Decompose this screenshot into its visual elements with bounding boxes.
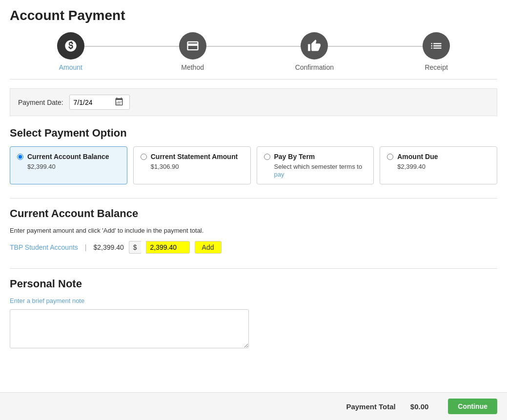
payment-options-group: Current Account Balance $2,399.40 Curren…: [10, 146, 497, 184]
radio-current-balance[interactable]: [17, 154, 23, 160]
calendar-icon: [115, 97, 123, 106]
payment-total-amount: $0.00: [410, 402, 429, 411]
payment-date-label: Payment Date:: [18, 99, 63, 106]
option-current-balance-name: Current Account Balance: [27, 153, 109, 160]
step-circle-receipt: [423, 32, 450, 60]
option-amount-due-value: $2,399.40: [397, 163, 426, 170]
step-circle-method: [179, 32, 206, 60]
stepper-step-amount[interactable]: Amount: [10, 32, 132, 71]
payment-total-label: Payment Total: [346, 402, 395, 411]
option-current-statement[interactable]: Current Statement Amount $1,306.90: [133, 146, 251, 184]
add-button[interactable]: Add: [195, 241, 222, 254]
thumbsup-icon: [307, 39, 321, 53]
stepper: Amount Method Confirmation: [10, 32, 497, 80]
balance-amount-input[interactable]: [146, 241, 190, 254]
payment-date-input-wrapper: [69, 95, 130, 110]
card-icon: [186, 39, 200, 53]
balance-pipe: |: [85, 243, 87, 251]
payment-option-title: Select Payment Option: [10, 127, 497, 140]
radio-pay-by-term[interactable]: [264, 154, 270, 160]
option-pay-by-term-name: Pay By Term: [274, 153, 367, 160]
balance-account-name[interactable]: TBP Student Accounts: [10, 243, 78, 251]
option-current-balance[interactable]: Current Account Balance $2,399.40: [10, 146, 127, 184]
option-current-statement-value: $1,306.90: [151, 163, 179, 170]
bottom-bar: Payment Total $0.00 Continue: [0, 392, 507, 420]
personal-note-title: Personal Note: [10, 278, 497, 290]
radio-amount-due[interactable]: [387, 154, 393, 160]
personal-note-section: Personal Note Enter a brief payment note: [10, 278, 497, 350]
calendar-icon-button[interactable]: [113, 97, 125, 107]
pay-link[interactable]: pay: [274, 171, 284, 178]
current-balance-section: Current Account Balance Enter payment am…: [10, 207, 497, 254]
stepper-label-receipt: Receipt: [425, 63, 447, 71]
step-circle-confirmation: [301, 32, 328, 60]
option-current-balance-value: $2,399.40: [27, 163, 56, 170]
option-amount-due[interactable]: Amount Due $2,399.40: [380, 146, 497, 184]
divider-2: [10, 268, 497, 269]
dollar-icon: [64, 39, 78, 53]
personal-note-subtitle: Enter a brief payment note: [10, 297, 497, 304]
option-current-statement-name: Current Statement Amount: [151, 153, 238, 160]
payment-date-input[interactable]: [74, 99, 113, 106]
option-pay-by-term-desc: Select which semester terms to pay: [274, 163, 363, 178]
stepper-step-confirmation[interactable]: Confirmation: [254, 32, 376, 71]
option-amount-due-name: Amount Due: [397, 153, 438, 160]
current-balance-title: Current Account Balance: [10, 207, 497, 220]
step-circle-amount: [57, 32, 84, 60]
stepper-step-receipt[interactable]: Receipt: [375, 32, 497, 71]
dollar-prefix: $: [129, 241, 141, 254]
payment-option-section: Select Payment Option Current Account Ba…: [10, 127, 497, 184]
divider-1: [10, 198, 497, 199]
stepper-step-method[interactable]: Method: [132, 32, 254, 71]
list-icon: [429, 39, 443, 53]
stepper-label-amount: Amount: [59, 63, 82, 71]
stepper-label-confirmation: Confirmation: [295, 63, 334, 71]
current-balance-subtitle: Enter payment amount and click 'Add' to …: [10, 227, 497, 234]
payment-date-bar: Payment Date:: [10, 88, 497, 116]
balance-amount-label: $2,399.40: [93, 243, 123, 251]
balance-row: TBP Student Accounts | $2,399.40 $ Add: [10, 241, 497, 254]
option-pay-by-term[interactable]: Pay By Term Select which semester terms …: [257, 146, 374, 184]
radio-current-statement[interactable]: [141, 154, 147, 160]
stepper-label-method: Method: [181, 63, 204, 71]
continue-button[interactable]: Continue: [448, 399, 497, 414]
personal-note-textarea[interactable]: [10, 309, 249, 348]
page-title: Account Payment: [10, 8, 497, 23]
